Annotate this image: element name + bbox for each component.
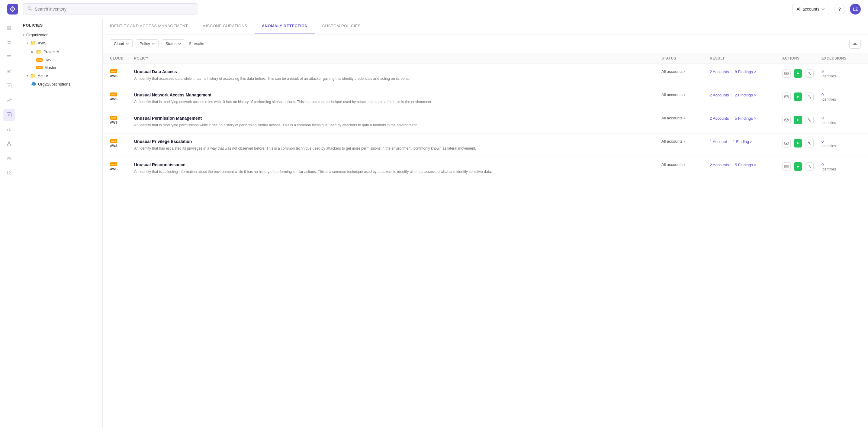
tree-dev[interactable]: aws Dev: [18, 56, 102, 64]
nav-icon-list[interactable]: [3, 51, 15, 63]
tabs: Identity and Access Management Misconfig…: [103, 18, 868, 34]
tab-custom-policies[interactable]: Custom Policies: [315, 18, 368, 34]
status-cell: All accounts ▾: [661, 162, 710, 167]
svg-point-9: [7, 42, 9, 44]
chevron-down-icon: ▾: [684, 70, 685, 73]
exclusions-cell: 0 Identities: [822, 139, 861, 148]
settings-action-button[interactable]: [805, 162, 814, 171]
nav-icon-home[interactable]: [3, 22, 15, 34]
actions-cell: [782, 139, 822, 147]
tree-organization[interactable]: ▾ Organization: [18, 31, 102, 39]
wrench-icon: [807, 95, 811, 99]
accounts-result-link[interactable]: 2 Accounts: [710, 69, 729, 74]
tree-azure[interactable]: ▾ 📁 Azure: [18, 72, 102, 80]
app-logo[interactable]: [7, 4, 18, 15]
tree-org-label: Organization: [26, 33, 98, 37]
actions-cell: [782, 92, 822, 101]
policy-cell: Unusual Data Access An identity that acc…: [134, 69, 661, 81]
nav-icon-dots[interactable]: [3, 36, 15, 48]
cloud-logo: aws AWS: [110, 116, 118, 124]
exclusions-link[interactable]: 0: [822, 162, 861, 167]
findings-result-link[interactable]: 2 Findings >: [735, 93, 756, 97]
accounts-result-link[interactable]: 2 Accounts: [710, 116, 729, 121]
play-icon: [796, 118, 800, 122]
settings-action-button[interactable]: [805, 92, 814, 101]
play-action-button[interactable]: [794, 69, 802, 78]
play-action-button[interactable]: [794, 92, 802, 101]
accounts-dropdown[interactable]: All accounts ▾: [661, 92, 685, 97]
cloud-filter-button[interactable]: Cloud: [110, 39, 132, 48]
play-action-button[interactable]: [794, 162, 802, 171]
email-action-button[interactable]: [782, 69, 791, 78]
accounts-dropdown[interactable]: All accounts ▾: [661, 139, 685, 144]
search-input[interactable]: [35, 7, 194, 11]
email-action-button[interactable]: [782, 139, 791, 147]
tab-iam[interactable]: Identity and Access Management: [103, 18, 195, 34]
accounts-dropdown[interactable]: All accounts ▾: [661, 69, 685, 74]
result-cell: 2 Accounts | 5 Findings >: [710, 116, 782, 121]
settings-action-button[interactable]: [805, 69, 814, 78]
findings-result-link[interactable]: 8 Findings >: [735, 69, 756, 74]
settings-action-button[interactable]: [805, 116, 814, 124]
tree-master[interactable]: aws Master: [18, 64, 102, 72]
col-policy: Policy: [134, 56, 661, 60]
tree-aws[interactable]: ▾ 📁 AWS: [18, 39, 102, 48]
accounts-result-link[interactable]: 1 Account: [710, 139, 727, 144]
policy-name: Unusual Reconnaissance: [134, 162, 661, 167]
exclusions-link[interactable]: 0: [822, 116, 861, 120]
email-action-button[interactable]: [782, 162, 791, 171]
nav-icon-topology[interactable]: [3, 138, 15, 150]
chevron-icon: ▶: [31, 50, 34, 54]
policy-table-body: aws AWS Unusual Data Access An identity …: [103, 64, 868, 180]
table-row: aws AWS Unusual Permission Management An…: [103, 110, 868, 134]
tree-project-a[interactable]: ▶ 📁 Project A: [18, 48, 102, 56]
svg-marker-42: [797, 165, 799, 168]
accounts-dropdown[interactable]: All accounts ▾: [661, 116, 685, 120]
status-cell: All accounts ▾: [661, 92, 710, 97]
nav-icon-network[interactable]: [3, 65, 15, 77]
tab-anomaly-detection[interactable]: Anomaly Detection: [255, 18, 315, 34]
nav-icon-reports[interactable]: [3, 123, 15, 135]
email-icon: [784, 95, 788, 99]
nav-icon-trends[interactable]: [3, 94, 15, 106]
nav-icon-check[interactable]: [3, 80, 15, 92]
accounts-dropdown-button[interactable]: All accounts: [792, 4, 829, 14]
top-bar: All accounts ? LZ: [0, 0, 868, 18]
findings-result-link[interactable]: 5 Findings >: [735, 163, 756, 167]
nav-icon-search2[interactable]: [3, 167, 15, 179]
policy-filter-button[interactable]: Policy: [135, 39, 159, 48]
play-action-button[interactable]: [794, 139, 802, 147]
svg-rect-32: [785, 95, 788, 98]
email-action-button[interactable]: [782, 116, 791, 124]
findings-result-link[interactable]: 1 Finding >: [733, 139, 753, 144]
email-icon: [784, 72, 788, 76]
svg-rect-17: [9, 128, 10, 131]
status-filter-button[interactable]: Status: [162, 39, 185, 48]
accounts-result-link[interactable]: 2 Accounts: [710, 93, 729, 97]
status-cell: All accounts ▾: [661, 116, 710, 120]
findings-result-link[interactable]: 5 Findings >: [735, 116, 756, 121]
col-status: Status: [661, 56, 710, 60]
play-icon: [796, 165, 800, 168]
play-action-button[interactable]: [794, 116, 802, 124]
exclusions-link[interactable]: 0: [822, 139, 861, 144]
avatar[interactable]: LZ: [850, 4, 861, 15]
help-button[interactable]: ?: [834, 4, 845, 15]
tree-org2-sub1[interactable]: Org2Subscription1: [18, 80, 102, 88]
help-label: ?: [838, 6, 841, 11]
exclusions-link[interactable]: 0: [822, 69, 861, 74]
tab-misconfigurations[interactable]: Misconfigurations: [195, 18, 255, 34]
nav-icon-settings[interactable]: [3, 152, 15, 165]
export-button[interactable]: [849, 39, 861, 49]
email-action-button[interactable]: [782, 92, 791, 101]
exclusions-link[interactable]: 0: [822, 92, 861, 97]
avatar-initials: LZ: [852, 7, 858, 11]
accounts-result-link[interactable]: 2 Accounts: [710, 163, 729, 167]
settings-action-button[interactable]: [805, 139, 814, 147]
svg-point-8: [9, 41, 10, 42]
chevron-down-icon: [152, 42, 155, 45]
accounts-dropdown[interactable]: All accounts ▾: [661, 162, 685, 167]
status-filter-label: Status: [165, 41, 177, 46]
cloud-cell: aws AWS: [110, 92, 134, 101]
nav-icon-policies[interactable]: [3, 109, 15, 121]
